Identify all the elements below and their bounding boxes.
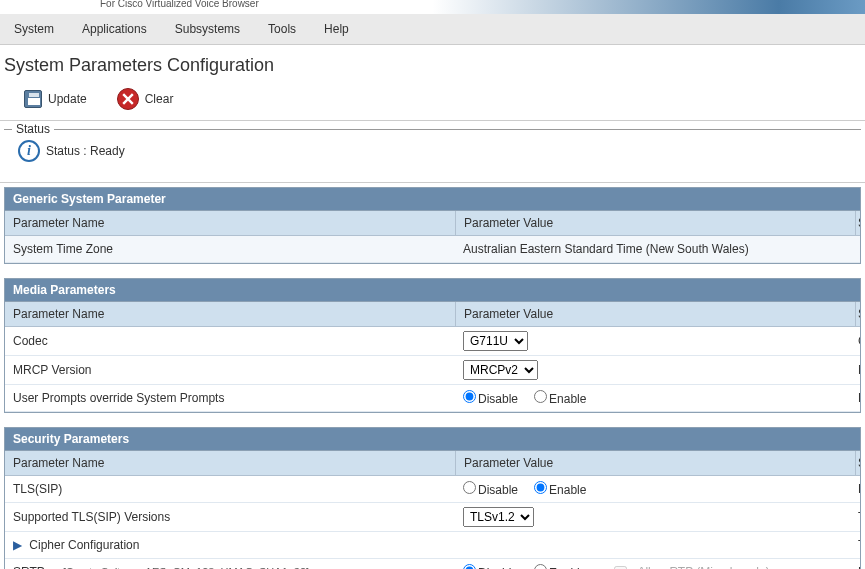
- row-srtp: SRTP [Crypto Suite : AES_CM_128_HMAC_SHA…: [5, 559, 860, 569]
- srtp-disable-option[interactable]: Disable: [463, 564, 518, 569]
- menu-applications[interactable]: Applications: [68, 18, 161, 40]
- prompts-label: User Prompts override System Prompts: [5, 385, 455, 411]
- tls-enable-radio[interactable]: [534, 481, 547, 494]
- tls-enable-option[interactable]: Enable: [534, 481, 586, 497]
- prompts-disable-option[interactable]: Disable: [463, 390, 518, 406]
- col-third: S: [855, 451, 860, 475]
- row-supported-tls: Supported TLS(SIP) Versions TLSv1.2 T: [5, 503, 860, 532]
- status-text: Status : Ready: [46, 144, 125, 158]
- section-security: Security Parameters Parameter Name Param…: [4, 427, 861, 569]
- info-icon: i: [18, 140, 40, 162]
- tls-disable-radio[interactable]: [463, 481, 476, 494]
- column-headers: Parameter Name Parameter Value S: [5, 451, 860, 476]
- divider: [0, 182, 865, 183]
- srtp-enable-option[interactable]: Enable: [534, 564, 586, 569]
- col-parameter-name: Parameter Name: [5, 451, 455, 475]
- product-subtitle: For Cisco Virtualized Voice Browser: [0, 0, 865, 14]
- cipher-third: T: [856, 534, 860, 556]
- codec-third: C: [856, 330, 860, 352]
- row-tls: TLS(SIP) Disable Enable D: [5, 476, 860, 503]
- col-third: S: [855, 302, 860, 326]
- srtp-label: SRTP: [13, 565, 45, 569]
- supported-tls-label: Supported TLS(SIP) Versions: [5, 504, 455, 530]
- expand-triangle-icon[interactable]: ▶: [13, 538, 22, 552]
- col-parameter-value: Parameter Value: [455, 302, 855, 326]
- col-third: S: [855, 211, 860, 235]
- prompts-third: D: [856, 387, 860, 409]
- menu-tools[interactable]: Tools: [254, 18, 310, 40]
- menu-system[interactable]: System: [0, 18, 68, 40]
- srtp-third: D: [856, 561, 860, 569]
- codec-label: Codec: [5, 328, 455, 354]
- cipher-config-label: Cipher Configuration: [29, 538, 139, 552]
- col-parameter-name: Parameter Name: [5, 302, 455, 326]
- mrcp-label: MRCP Version: [5, 357, 455, 383]
- tls-disable-option[interactable]: Disable: [463, 481, 518, 497]
- col-parameter-name: Parameter Name: [5, 211, 455, 235]
- page-title: System Parameters Configuration: [0, 45, 865, 82]
- section-security-header: Security Parameters: [5, 428, 860, 451]
- timezone-label: System Time Zone: [5, 236, 455, 262]
- supported-tls-select[interactable]: TLSv1.2: [463, 507, 534, 527]
- section-media: Media Parameters Parameter Name Paramete…: [4, 278, 861, 413]
- prompts-enable-radio[interactable]: [534, 390, 547, 403]
- column-headers: Parameter Name Parameter Value S: [5, 211, 860, 236]
- allow-rtp-label: Allow RTP (Mixed mode): [637, 565, 769, 569]
- menu-subsystems[interactable]: Subsystems: [161, 18, 254, 40]
- update-label: Update: [48, 92, 87, 106]
- col-parameter-value: Parameter Value: [455, 451, 855, 475]
- srtp-disable-radio[interactable]: [463, 564, 476, 569]
- toolbar: Update Clear: [0, 82, 865, 121]
- srtp-enable-radio[interactable]: [534, 564, 547, 569]
- row-mrcp: MRCP Version MRCPv2 M: [5, 356, 860, 385]
- row-prompts: User Prompts override System Prompts Dis…: [5, 385, 860, 412]
- row-codec: Codec G711U C: [5, 327, 860, 356]
- timezone-value: Australian Eastern Standard Time (New So…: [455, 238, 856, 260]
- mrcp-select[interactable]: MRCPv2: [463, 360, 538, 380]
- column-headers: Parameter Name Parameter Value S: [5, 302, 860, 327]
- col-parameter-value: Parameter Value: [455, 211, 855, 235]
- timezone-third: [856, 245, 860, 253]
- section-generic: Generic System Parameter Parameter Name …: [4, 187, 861, 264]
- prompts-disable-radio[interactable]: [463, 390, 476, 403]
- row-timezone: System Time Zone Australian Eastern Stan…: [5, 236, 860, 263]
- supported-tls-third: T: [856, 506, 860, 528]
- menu-help[interactable]: Help: [310, 18, 363, 40]
- status-legend: Status: [12, 122, 54, 136]
- delete-icon: [117, 88, 139, 110]
- allow-rtp-checkbox: [614, 566, 627, 570]
- clear-label: Clear: [145, 92, 174, 106]
- tls-third: D: [856, 478, 860, 500]
- row-cipher-config[interactable]: ▶ Cipher Configuration T: [5, 532, 860, 559]
- update-button[interactable]: Update: [20, 88, 91, 110]
- codec-select[interactable]: G711U: [463, 331, 528, 351]
- save-icon: [24, 90, 42, 108]
- status-fieldset: Status i Status : Ready: [4, 129, 861, 172]
- tls-label: TLS(SIP): [5, 476, 455, 502]
- mrcp-third: M: [856, 359, 860, 381]
- menubar: System Applications Subsystems Tools Hel…: [0, 14, 865, 45]
- clear-button[interactable]: Clear: [113, 86, 178, 112]
- prompts-enable-option[interactable]: Enable: [534, 390, 586, 406]
- section-generic-header: Generic System Parameter: [5, 188, 860, 211]
- section-media-header: Media Parameters: [5, 279, 860, 302]
